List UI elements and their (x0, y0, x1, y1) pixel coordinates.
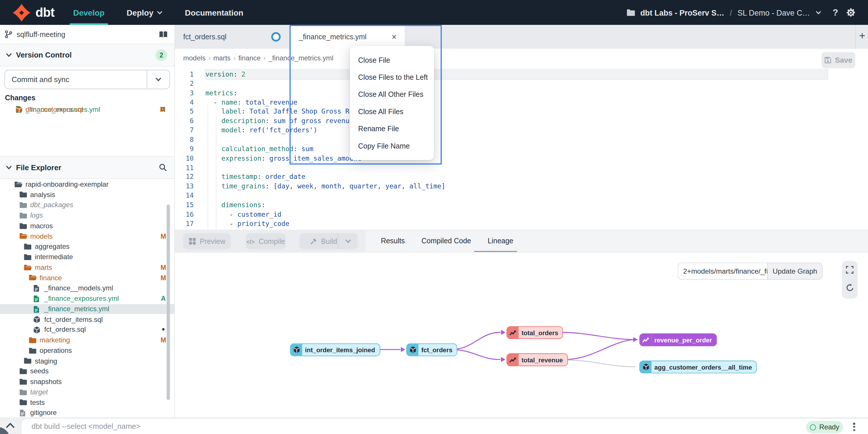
tree-item-label: marts (35, 263, 52, 271)
tree-item-label: gitignore (30, 409, 57, 417)
tab-finance-metrics[interactable]: _finance_metrics.yml ✕ (290, 25, 405, 49)
lineage-node-revenue_per_order[interactable]: revenue_per_order (639, 334, 717, 346)
lineage-node-total_orders[interactable]: total_orders (506, 326, 563, 339)
tree-item-tests[interactable]: tests (0, 397, 175, 408)
tree-item-intermediate[interactable]: intermediate (0, 252, 175, 262)
metric-trend-icon (507, 327, 519, 338)
tree-item-_finance_exposures.yml[interactable]: _finance_exposures.ymlA (0, 294, 175, 304)
folder-open-icon (24, 264, 32, 272)
top-navbar: dbt Develop Deploy Documentation dbt Lab… (0, 0, 868, 25)
update-graph-button[interactable]: Update Graph (767, 263, 823, 280)
tree-item-models[interactable]: modelsM (0, 231, 175, 241)
expand-panel-chevron-icon[interactable] (5, 423, 15, 429)
lineage-selector-input[interactable]: 2+models/marts/finance/_fir (678, 263, 772, 280)
fullscreen-icon[interactable] (846, 266, 854, 273)
tree-item-label: snapshots (30, 378, 62, 386)
reset-view-icon[interactable] (845, 284, 854, 292)
file-explorer-header[interactable]: File Explorer (0, 156, 175, 179)
kebab-menu-icon[interactable] (853, 422, 855, 432)
tree-item-fct_order_items.sql[interactable]: fct_order_items.sql (0, 314, 175, 325)
code-editor[interactable]: 1version: 223metrics:4 - name: total_rev… (175, 69, 868, 230)
tab-results[interactable]: Results (381, 237, 405, 245)
tree-item-marketing[interactable]: marketingM (0, 335, 175, 346)
line-number: 1 (175, 70, 194, 79)
tree-item-_finance__models.yml[interactable]: _finance__models.yml (0, 283, 175, 294)
tree-item-operations[interactable]: operations (0, 345, 175, 356)
ready-status-badge: Ready (806, 421, 843, 433)
lineage-node-label: total_revenue (519, 354, 567, 366)
tree-item-finance[interactable]: financeM (0, 273, 175, 283)
project-name[interactable]: SL Demo - Dave C… (738, 8, 810, 17)
unsaved-dot-icon (271, 32, 281, 41)
commit-and-sync-button[interactable]: Commit and sync (4, 70, 170, 89)
tree-item-target[interactable]: target (0, 387, 175, 397)
lineage-node-agg_customer_orders__all_time[interactable]: agg_customer_orders__all_time (639, 360, 757, 373)
compile-button[interactable]: </> Compile (246, 233, 286, 249)
dbt-logo[interactable]: dbt (0, 3, 54, 22)
line-number: 7 (175, 126, 194, 135)
chevron-down-icon[interactable] (815, 10, 822, 15)
close-tab-icon[interactable]: ✕ (391, 33, 397, 41)
tree-item-dbt_packages[interactable]: dbt_packages (0, 200, 175, 210)
lineage-node-total_revenue[interactable]: total_revenue (506, 353, 568, 366)
save-button[interactable]: Save (822, 52, 855, 68)
brand-text: dbt (35, 5, 55, 20)
tree-item-label: dbt_packages (30, 201, 73, 209)
code-line-6: description: sum of gross revenue (205, 116, 828, 126)
code-line-3: metrics: (205, 88, 828, 98)
preview-button[interactable]: Preview (183, 233, 231, 249)
tree-item-fct_orders.sql[interactable]: fct_orders.sql• (0, 325, 175, 335)
tree-item-aggregates[interactable]: aggregates (0, 241, 175, 252)
tree-item-analysis[interactable]: analysis (0, 190, 175, 200)
folder-icon (626, 9, 635, 16)
command-input[interactable]: dbt build --select <model_name> Ready (21, 418, 868, 434)
tree-item-staging[interactable]: staging (0, 356, 175, 366)
line-number: 15 (175, 201, 194, 210)
gear-icon[interactable] (846, 7, 856, 18)
menu-item-rename-file[interactable]: Rename File (350, 120, 434, 137)
new-tab-button[interactable]: + (859, 30, 865, 42)
nav-documentation[interactable]: Documentation (185, 0, 243, 25)
tree-item-snapshots[interactable]: snapshots (0, 376, 175, 387)
menu-item-close-all-other-files[interactable]: Close All Other Files (350, 86, 434, 103)
git-status-badge: M (159, 274, 167, 282)
lineage-node-fct_orders[interactable]: fct_orders (406, 344, 457, 356)
tab-compiled-code[interactable]: Compiled Code (422, 237, 471, 245)
code-line-16: - customer_id (205, 210, 828, 219)
account-name[interactable]: dbt Labs - ProServ S… (640, 8, 724, 17)
nav-deploy[interactable]: Deploy (126, 0, 162, 25)
menu-item-close-file[interactable]: Close File (350, 52, 434, 68)
help-icon[interactable]: ? (833, 7, 838, 18)
menu-item-close-all-files[interactable]: Close All Files (350, 103, 434, 120)
folder-icon (24, 357, 31, 366)
build-options-chevron[interactable] (345, 239, 351, 243)
line-number: 10 (175, 154, 194, 163)
tree-item-seeds[interactable]: seeds (0, 366, 175, 376)
tab-fct-orders[interactable]: fct_orders.sql (175, 25, 290, 49)
code-line-11 (205, 163, 828, 173)
tree-item-logs[interactable]: logs (0, 210, 175, 221)
lineage-node-int_order_items_joined[interactable]: int_order_items_joined (290, 344, 380, 356)
tree-item-rapid-onboarding-exemplar[interactable]: rapid-onboarding-exemplar (0, 179, 175, 190)
tree-item-_finance_metrics.yml[interactable]: _finance_metrics.yml (0, 304, 175, 314)
search-icon[interactable] (159, 164, 167, 172)
commit-options-chevron[interactable] (147, 70, 169, 88)
model-cube-icon (407, 344, 418, 356)
menu-item-copy-file-name[interactable]: Copy File Name (350, 137, 434, 154)
docs-book-icon[interactable] (159, 31, 168, 38)
menu-item-close-files-to-the-left[interactable]: Close Files to the Left (350, 69, 434, 86)
tree-item-label: _finance__models.yml (44, 284, 113, 292)
build-button-group[interactable]: Build (300, 233, 358, 249)
lineage-node-label: int_order_items_joined (302, 344, 380, 356)
tab-lineage[interactable]: Lineage (488, 237, 514, 245)
line-number: 17 (175, 219, 194, 228)
tree-item-marts[interactable]: martsM (0, 262, 175, 273)
lineage-node-label: agg_customer_orders__all_time (651, 361, 756, 373)
tree-item-gitignore[interactable]: gitignore (0, 408, 175, 418)
nav-develop[interactable]: Develop (73, 0, 104, 25)
version-control-header[interactable]: Version Control 2 (0, 44, 175, 66)
change-item-dim_customers.sql[interactable]: dim_customers.sql M (0, 104, 175, 114)
file-tree-scrollbar[interactable] (166, 204, 170, 400)
tree-item-macros[interactable]: macros (0, 221, 175, 231)
branch-name[interactable]: sqlfluff-meeting (17, 30, 66, 38)
